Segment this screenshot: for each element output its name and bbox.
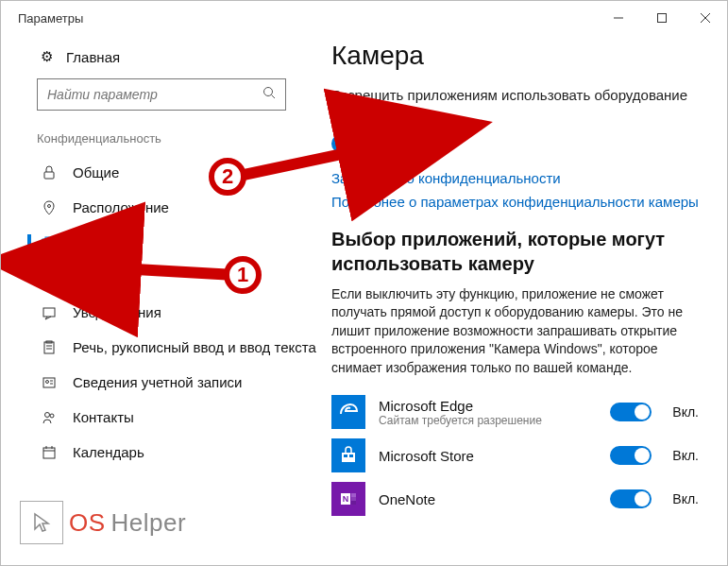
svg-rect-10 [45, 237, 49, 239]
sidebar-item-notifications[interactable]: Уведомления [1, 295, 322, 330]
privacy-learn-more-link[interactable]: Подробнее о параметрах конфиденциальност… [331, 194, 699, 210]
app-toggle-state: Вкл. [672, 491, 699, 506]
account-icon [41, 375, 58, 390]
app-name: Microsoft Store [379, 448, 597, 464]
sidebar-item-label: Речь, рукописный ввод и ввод текста [73, 339, 316, 355]
app-row-store: Microsoft Store Вкл. [331, 434, 699, 477]
sidebar-item-label: Контакты [73, 409, 134, 425]
svg-point-4 [264, 88, 273, 96]
sidebar-item-label: Сведения учетной записи [73, 374, 243, 390]
minimize-button[interactable] [597, 1, 640, 35]
maximize-button[interactable] [640, 1, 684, 35]
microphone-icon [41, 270, 58, 285]
sidebar-item-label: Общие [73, 164, 119, 180]
app-row-edge: Microsoft Edge Сайтам требуется разрешен… [331, 390, 699, 434]
gear-icon: ⚙ [41, 48, 53, 65]
edge-icon [331, 395, 365, 429]
sidebar-item-account[interactable]: Сведения учетной записи [1, 365, 322, 400]
sidebar-item-calendar[interactable]: Календарь [1, 435, 322, 470]
search-input[interactable] [47, 87, 262, 102]
page-title: Камера [331, 41, 699, 71]
svg-point-7 [48, 204, 51, 207]
svg-line-5 [272, 95, 276, 99]
svg-rect-13 [44, 342, 54, 353]
close-button[interactable] [684, 1, 727, 35]
toggle-state-label: Вкл. [382, 136, 409, 151]
calendar-icon [41, 445, 58, 460]
contacts-icon [41, 410, 58, 425]
main-panel: Камера Разрешить приложениям использоват… [322, 35, 727, 565]
camera-master-toggle[interactable] [331, 134, 373, 153]
search-box[interactable] [37, 78, 286, 111]
svg-point-21 [45, 412, 50, 417]
app-toggle-edge[interactable] [610, 403, 652, 421]
svg-point-22 [50, 414, 54, 418]
lock-icon [41, 165, 58, 180]
sidebar-home-label: Главная [66, 49, 120, 65]
svg-rect-34 [351, 501, 356, 505]
app-row-onenote: N OneNote Вкл. [331, 477, 699, 521]
app-name: OneNote [379, 491, 597, 507]
svg-point-9 [46, 241, 52, 247]
allow-apps-text: Разрешить приложениям использовать обору… [331, 86, 699, 125]
svg-text:N: N [343, 494, 349, 504]
svg-rect-11 [47, 271, 51, 279]
app-name: Microsoft Edge [379, 398, 597, 414]
svg-rect-28 [344, 455, 347, 457]
app-toggle-state: Вкл. [672, 404, 699, 420]
sidebar-item-general[interactable]: Общие [1, 155, 322, 190]
watermark-helper: Helper [111, 508, 187, 538]
onenote-icon: N [331, 482, 365, 516]
sidebar-item-location[interactable]: Расположение [1, 190, 322, 225]
titlebar: Параметры [1, 1, 727, 35]
svg-rect-12 [43, 308, 55, 317]
sidebar-item-speech[interactable]: Речь, рукописный ввод и ввод текста [1, 330, 322, 365]
location-icon [41, 200, 58, 215]
search-icon [262, 86, 276, 103]
watermark-os: OS [69, 508, 106, 538]
svg-rect-1 [658, 14, 667, 23]
svg-rect-29 [349, 455, 353, 457]
svg-point-18 [46, 380, 49, 383]
store-icon [331, 438, 365, 472]
svg-rect-6 [44, 172, 54, 179]
notifications-icon [41, 305, 58, 320]
apps-description: Если выключить эту функцию, приложение н… [331, 285, 699, 378]
privacy-statement-link[interactable]: Заявление о конфиденциальности [331, 170, 699, 186]
sidebar-section-label: Конфиденциальность [1, 128, 322, 155]
svg-rect-23 [43, 448, 55, 458]
svg-rect-33 [351, 497, 356, 501]
sidebar-item-label: Микрофон [73, 269, 142, 285]
sidebar-item-camera[interactable]: Камера [1, 225, 322, 260]
sidebar-item-microphone[interactable]: Микрофон [1, 260, 322, 295]
window-title: Параметры [18, 11, 83, 26]
cursor-icon [20, 501, 63, 544]
sidebar-item-label: Камера [73, 234, 122, 250]
camera-icon [41, 235, 58, 250]
app-toggle-onenote[interactable] [610, 489, 652, 508]
svg-rect-32 [351, 493, 356, 497]
apps-heading: Выбор приложений, которые могут использо… [331, 227, 699, 276]
watermark: OS Helper [20, 501, 186, 544]
app-toggle-store[interactable] [610, 446, 652, 465]
sidebar-item-contacts[interactable]: Контакты [1, 400, 322, 435]
app-toggle-state: Вкл. [672, 448, 699, 463]
svg-rect-17 [43, 378, 55, 387]
sidebar: ⚙ Главная Конфиденциальность Общие Распо… [1, 35, 322, 565]
sidebar-item-label: Календарь [73, 444, 144, 460]
app-subtext: Сайтам требуется разрешение [379, 414, 597, 427]
clipboard-icon [41, 340, 58, 355]
sidebar-home-button[interactable]: ⚙ Главная [1, 48, 322, 78]
sidebar-item-label: Уведомления [73, 304, 161, 320]
sidebar-item-label: Расположение [73, 199, 169, 215]
